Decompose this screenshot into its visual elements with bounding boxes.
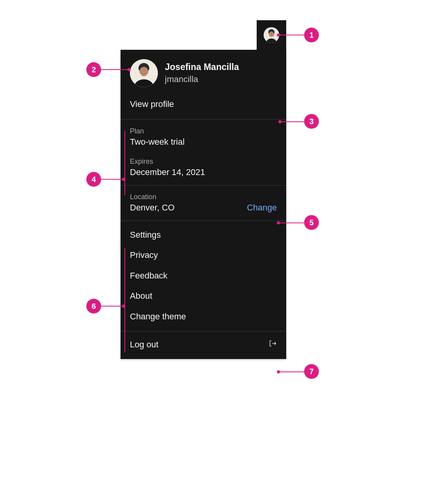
expires-value: December 14, 2021 bbox=[130, 167, 277, 178]
plan-block: Plan Two-week trial bbox=[121, 120, 286, 155]
location-block: Location Denver, CO Change bbox=[121, 186, 286, 221]
annotation-leader bbox=[278, 371, 304, 372]
profile-display-name: Josefina Mancilla bbox=[165, 61, 239, 73]
annotation-leader bbox=[101, 179, 124, 180]
menu-list: Settings Privacy Feedback About Change t… bbox=[121, 221, 286, 331]
annotation-bracket bbox=[124, 131, 125, 195]
annotation-leader bbox=[101, 306, 124, 307]
menu-item-feedback[interactable]: Feedback bbox=[121, 266, 286, 286]
annotation-badge-5: 5 bbox=[304, 215, 319, 230]
annotation-bracket bbox=[124, 248, 125, 352]
expires-block: Expires December 14, 2021 bbox=[121, 155, 286, 185]
annotation-leader bbox=[278, 222, 304, 223]
annotation-badge-1: 1 bbox=[304, 28, 319, 42]
profile-text: Josefina Mancilla jmancilla bbox=[165, 61, 239, 85]
menu-item-privacy[interactable]: Privacy bbox=[121, 245, 286, 266]
user-menu-panel: Josefina Mancilla jmancilla View profile… bbox=[121, 50, 286, 359]
avatar-icon bbox=[130, 59, 158, 87]
annotation-badge-7: 7 bbox=[304, 364, 319, 379]
avatar-large bbox=[130, 59, 158, 87]
logout-button[interactable]: Log out bbox=[121, 331, 286, 359]
logout-label: Log out bbox=[130, 339, 158, 350]
annotation-badge-6: 6 bbox=[86, 299, 101, 314]
plan-label: Plan bbox=[130, 127, 277, 136]
annotation-badge-2: 2 bbox=[86, 62, 101, 77]
annotation-badge-3: 3 bbox=[304, 114, 319, 129]
menu-item-about[interactable]: About bbox=[121, 286, 286, 307]
view-profile-link[interactable]: View profile bbox=[121, 95, 286, 119]
menu-item-change-theme[interactable]: Change theme bbox=[121, 307, 286, 327]
location-value: Denver, CO bbox=[130, 202, 175, 214]
plan-value: Two-week trial bbox=[130, 137, 277, 148]
profile-header: Josefina Mancilla jmancilla bbox=[121, 50, 286, 95]
change-location-link[interactable]: Change bbox=[247, 202, 277, 214]
annotation-leader bbox=[101, 69, 129, 70]
location-label: Location bbox=[130, 193, 175, 201]
profile-username: jmancilla bbox=[165, 74, 239, 85]
annotation-leader bbox=[280, 121, 304, 122]
menu-item-settings[interactable]: Settings bbox=[121, 225, 286, 245]
logout-icon bbox=[268, 339, 277, 351]
expires-label: Expires bbox=[130, 157, 277, 166]
annotation-badge-4: 4 bbox=[86, 172, 101, 187]
annotation-leader bbox=[278, 35, 304, 35]
